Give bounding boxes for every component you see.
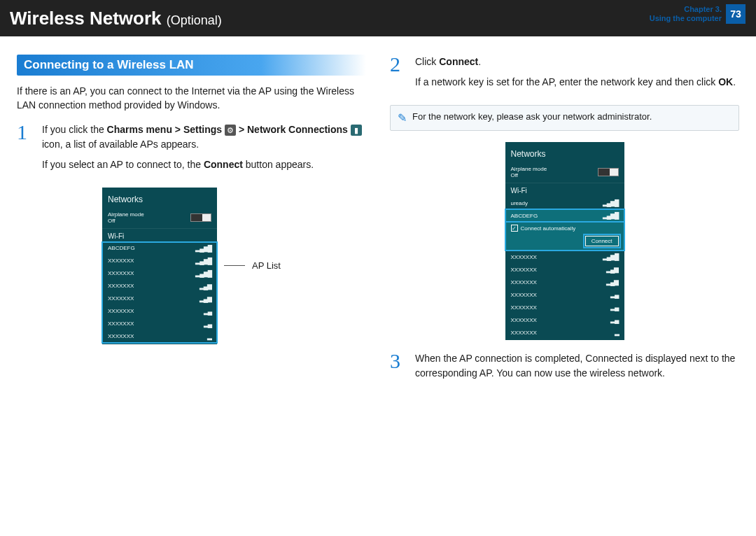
connect-auto-label: Connect automatically <box>521 225 576 232</box>
connect-auto-row[interactable]: ✓ Connect automatically <box>511 225 619 232</box>
section-heading: Connecting to a Wireless LAN <box>17 55 366 76</box>
ap-item[interactable]: XXXXXXX▂▄▆ <box>505 263 624 276</box>
ap-list-highlight: ABCDEFG▂▄▆█ XXXXXXX▂▄▆█ XXXXXXX▂▄▆█ XXXX… <box>102 242 217 343</box>
wifi-section-label: Wi-Fi <box>102 228 217 242</box>
airplane-mode-state: Off <box>108 218 144 224</box>
panel2-title: Networks <box>505 148 624 163</box>
signal-icon: ▂▄ <box>204 320 211 327</box>
title-suffix: (Optional) <box>167 13 222 27</box>
signal-icon: ▂▄ <box>610 316 618 323</box>
chapter-indicator: Chapter 3. Using the computer 73 <box>650 4 746 24</box>
ap-list-callout: AP List <box>252 260 281 271</box>
airplane-mode-toggle[interactable] <box>598 168 619 176</box>
networks-panel-1: Networks Airplane mode Off Wi-Fi ABCDEFG… <box>102 188 217 344</box>
callout-line <box>224 265 245 266</box>
signal-icon: ▂▄▆█ <box>195 270 211 277</box>
ap-item[interactable]: XXXXXXX▂▄ <box>505 313 624 326</box>
ap-item[interactable]: XXXXXXX▂▄▆ <box>102 280 217 292</box>
ap-item[interactable]: XXXXXXX▂ <box>102 330 217 343</box>
ap-item[interactable]: ABCDEFG▂▄▆█ <box>102 242 217 255</box>
panel1-title: Networks <box>102 193 217 209</box>
signal-icon: ▂▄▆█ <box>603 199 619 206</box>
wifi-section-label: Wi-Fi <box>505 183 624 197</box>
step-number: 2 <box>390 55 408 95</box>
signal-icon: ▂▄▆█ <box>603 212 619 219</box>
ap-item[interactable]: uready▂▄▆█ <box>505 197 624 209</box>
gear-icon: ⚙ <box>225 125 236 136</box>
ap-item[interactable]: XXXXXXX▂▄ <box>505 288 624 301</box>
step2-paragraph1: Click Connect. <box>415 55 739 69</box>
chapter-line2: Using the computer <box>650 14 722 23</box>
signal-icon: ▂ <box>615 329 619 336</box>
ap-item-selected[interactable]: ABCDEFG▂▄▆█ <box>505 209 624 222</box>
airplane-mode-label: Airplane mode <box>511 166 547 172</box>
signal-icon: ▂▄▆█ <box>195 258 211 265</box>
checkbox-icon[interactable]: ✓ <box>511 225 518 232</box>
ap-item[interactable]: XXXXXXX▂▄▆ <box>505 276 624 288</box>
left-column: Connecting to a Wireless LAN If there is… <box>17 55 366 396</box>
step1-paragraph1: If you click the Charms menu > Settings … <box>42 122 366 152</box>
network-icon: ▮ <box>351 125 362 136</box>
airplane-mode-label: Airplane mode <box>108 211 144 218</box>
ap-item[interactable]: XXXXXXX▂▄ <box>102 305 217 318</box>
ap-item[interactable]: XXXXXXX▂▄▆█ <box>102 255 217 267</box>
note-icon: ✎ <box>398 111 407 125</box>
note-text: For the network key, please ask your net… <box>412 111 652 122</box>
ap-item[interactable]: XXXXXXX▂ <box>505 326 624 339</box>
signal-icon: ▂▄▆█ <box>603 253 619 260</box>
chapter-line1: Chapter 3. <box>650 5 722 14</box>
ap-item[interactable]: XXXXXXX▂▄▆█ <box>102 267 217 280</box>
airplane-mode-state: Off <box>511 172 547 178</box>
ap-item[interactable]: XXXXXXX▂▄ <box>505 301 624 313</box>
right-column: 2 Click Connect. If a network key is set… <box>390 55 739 396</box>
page-title: Wireless Network (Optional) <box>10 8 222 29</box>
signal-icon: ▂▄ <box>204 308 211 315</box>
step2-paragraph2: If a network key is set for the AP, ente… <box>415 75 739 90</box>
step-3: 3 When the AP connection is completed, C… <box>390 351 739 386</box>
title-main: Wireless Network <box>10 8 162 29</box>
signal-icon: ▂▄▆ <box>606 278 618 285</box>
networks-panel-2: Networks Airplane mode Off Wi-Fi uready▂… <box>505 142 624 340</box>
signal-icon: ▂▄ <box>610 291 618 298</box>
step-number: 1 <box>17 122 35 178</box>
ap-item[interactable]: XXXXXXX▂▄▆█ <box>505 251 624 263</box>
step-number: 3 <box>390 351 408 386</box>
signal-icon: ▂▄▆█ <box>195 245 211 252</box>
signal-icon: ▂▄▆ <box>606 266 618 273</box>
signal-icon: ▂▄▆ <box>200 295 211 302</box>
ap-item[interactable]: XXXXXXX▂▄ <box>102 318 217 330</box>
signal-icon: ▂▄▆ <box>200 283 211 290</box>
note-box: ✎ For the network key, please ask your n… <box>390 105 739 131</box>
step-2: 2 Click Connect. If a network key is set… <box>390 55 739 95</box>
signal-icon: ▂▄ <box>610 304 618 311</box>
connect-button[interactable]: Connect <box>585 236 619 246</box>
step1-paragraph2: If you select an AP to connect to, the C… <box>42 157 366 172</box>
signal-icon: ▂ <box>207 333 211 340</box>
ap-item[interactable]: XXXXXXX▂▄▆ <box>102 292 217 305</box>
airplane-mode-toggle[interactable] <box>190 213 211 222</box>
page-number: 73 <box>726 4 746 24</box>
step3-paragraph: When the AP connection is completed, Con… <box>415 351 739 381</box>
page-header: Wireless Network (Optional) <box>0 0 756 36</box>
intro-paragraph: If there is an AP, you can connect to th… <box>17 84 366 113</box>
step-1: 1 If you click the Charms menu > Setting… <box>17 122 366 178</box>
